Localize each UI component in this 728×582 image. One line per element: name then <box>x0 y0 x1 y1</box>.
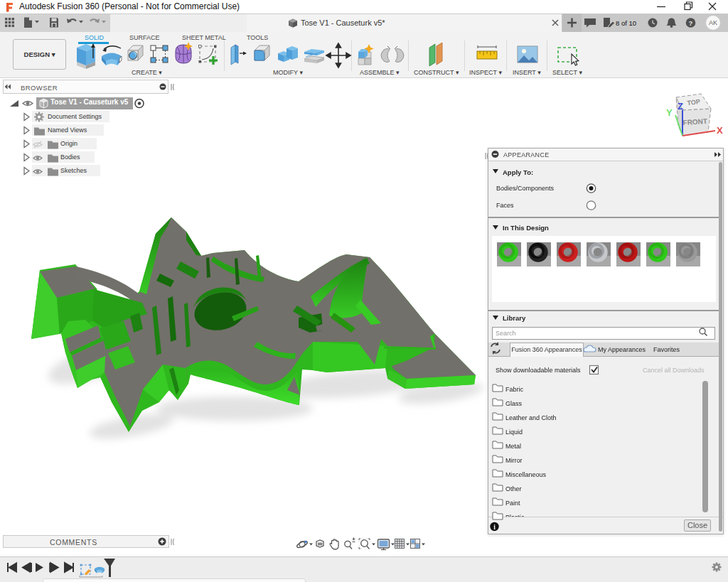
svg-text:i: i <box>493 524 496 531</box>
svg-text:Y: Y <box>666 107 673 118</box>
svg-text:Z: Z <box>678 101 683 112</box>
svg-text:?: ? <box>689 19 693 27</box>
svg-text:X: X <box>717 125 723 136</box>
